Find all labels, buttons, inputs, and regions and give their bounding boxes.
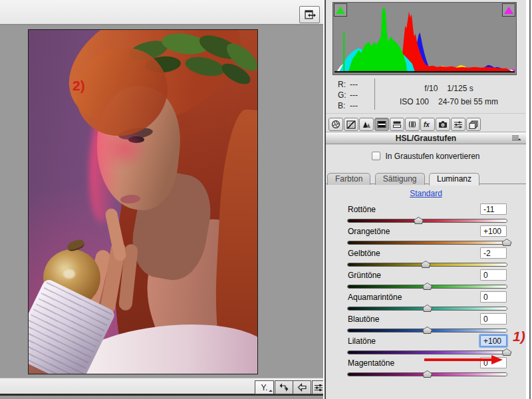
fullscreen-icon bbox=[303, 9, 317, 20]
preview-mode-glyph: Y. bbox=[261, 383, 268, 392]
dropdown-arrow-icon bbox=[269, 390, 273, 394]
image-canvas: 2) bbox=[0, 27, 323, 378]
tab-snapshots[interactable] bbox=[466, 118, 481, 131]
slider-track[interactable] bbox=[347, 241, 507, 245]
slider-value-input[interactable] bbox=[480, 247, 507, 259]
preview-mode-button[interactable]: Y. bbox=[255, 380, 274, 394]
slider-thumb[interactable] bbox=[422, 305, 432, 312]
preview-area: 2) Y. bbox=[0, 0, 323, 399]
image-info: R:--- G:--- B:--- f/101/125 s ISO 10024-… bbox=[326, 75, 526, 113]
adjustment-tabs-toolbar: fx bbox=[326, 113, 526, 132]
slider-value-input[interactable] bbox=[480, 335, 507, 346]
slider-label: Grüntöne bbox=[348, 271, 381, 280]
slider-thumb[interactable] bbox=[422, 283, 432, 290]
panel-header: HSL/Graustufen bbox=[326, 132, 526, 144]
window-right-edge bbox=[526, 0, 532, 399]
r-value: --- bbox=[350, 80, 358, 89]
slider-thumb[interactable] bbox=[422, 327, 432, 334]
preview-topbar bbox=[0, 0, 323, 25]
hsl-tabs: Farbton Sättigung Luminanz bbox=[326, 172, 526, 184]
annotation-step-1: 1) bbox=[513, 329, 525, 344]
convert-grayscale-label: In Graustufen konvertieren bbox=[385, 152, 479, 161]
fullscreen-button[interactable] bbox=[299, 6, 320, 23]
shutter-value: 1/125 s bbox=[447, 84, 473, 93]
slider-track[interactable] bbox=[347, 350, 507, 354]
g-label: G: bbox=[338, 90, 350, 100]
copy-settings-button[interactable] bbox=[293, 380, 311, 394]
iso-value: ISO 100 bbox=[400, 97, 429, 106]
panel-title: HSL/Graustufen bbox=[396, 134, 456, 143]
slider-label: Lilatöne bbox=[348, 336, 376, 346]
triangles-icon bbox=[362, 120, 371, 128]
info-divider bbox=[374, 78, 375, 110]
convert-grayscale-row: In Graustufen konvertieren bbox=[326, 152, 526, 161]
slider-value-input[interactable] bbox=[480, 269, 507, 281]
hist-green bbox=[348, 7, 407, 71]
lens-value: 24-70 bei 55 mm bbox=[438, 97, 498, 106]
curve-icon bbox=[346, 120, 356, 129]
panel-menu-button[interactable] bbox=[512, 136, 521, 142]
photo-preview[interactable]: 2) bbox=[28, 29, 258, 374]
slider-track[interactable] bbox=[347, 263, 507, 267]
slider-thumb[interactable] bbox=[421, 261, 431, 268]
histogram bbox=[332, 2, 517, 75]
annotation-arrow bbox=[424, 355, 503, 364]
slider-row-gelbtoene: Gelbtöne bbox=[326, 245, 526, 267]
slider-label: Rottöne bbox=[348, 205, 376, 214]
slider-row-rottoene: Rottöne bbox=[326, 201, 526, 223]
camera-icon bbox=[438, 120, 448, 128]
tab-split-toning[interactable] bbox=[390, 118, 404, 131]
slider-track[interactable] bbox=[347, 329, 507, 332]
preview-bottombar: Y. bbox=[0, 378, 323, 396]
slider-value-input[interactable] bbox=[480, 225, 507, 237]
slider-label: Gelbtöne bbox=[348, 249, 380, 258]
lens-icon bbox=[408, 120, 417, 128]
tab-detail[interactable] bbox=[359, 118, 374, 131]
snapshots-icon bbox=[469, 120, 478, 129]
tab-camera-calibration[interactable] bbox=[436, 118, 450, 131]
tab-lens-corrections[interactable] bbox=[405, 118, 420, 131]
convert-grayscale-checkbox[interactable] bbox=[372, 152, 380, 160]
tab-luminanz[interactable]: Luminanz bbox=[429, 173, 479, 186]
svg-text:fx: fx bbox=[424, 121, 430, 128]
slider-row-blautoene: Blautöne bbox=[326, 311, 526, 333]
slider-value-input[interactable] bbox=[480, 291, 507, 303]
slider-label: Aquamarintöne bbox=[348, 293, 402, 302]
hist-green-spike bbox=[343, 33, 344, 71]
slider-track[interactable] bbox=[347, 372, 507, 376]
tab-presets[interactable] bbox=[451, 118, 466, 131]
tab-effects[interactable]: fx bbox=[420, 118, 435, 131]
slider-value-input[interactable] bbox=[480, 203, 507, 215]
camera-raw-window: 2) Y. bbox=[0, 0, 532, 399]
rgb-readout: R:--- G:--- B:--- bbox=[338, 79, 358, 111]
shadow-clipping-button[interactable] bbox=[334, 3, 347, 17]
tab-basic[interactable] bbox=[329, 118, 343, 131]
slider-thumb[interactable] bbox=[422, 370, 432, 378]
photo-apple-highlight bbox=[63, 269, 75, 279]
fx-icon: fx bbox=[423, 120, 433, 128]
highlight-clipping-button[interactable] bbox=[502, 3, 515, 17]
slider-track[interactable] bbox=[347, 307, 507, 311]
tab-hsl-grayscale[interactable] bbox=[374, 118, 389, 131]
r-label: R: bbox=[338, 79, 350, 90]
tab-tone-curve[interactable] bbox=[344, 118, 358, 131]
swap-arrows-icon bbox=[279, 382, 289, 392]
slider-value-input[interactable] bbox=[480, 313, 507, 325]
left-arrow-icon bbox=[297, 383, 307, 392]
slider-label: Orangetöne bbox=[348, 227, 390, 236]
highlight-clipping-icon bbox=[504, 7, 513, 14]
slider-row-gruentoene: Grüntöne bbox=[326, 267, 526, 289]
b-value: --- bbox=[350, 101, 358, 110]
slider-track[interactable] bbox=[347, 219, 507, 223]
standard-preset-link[interactable]: Standard bbox=[326, 189, 526, 198]
slider-thumb[interactable] bbox=[502, 239, 512, 246]
tab-farbton[interactable]: Farbton bbox=[327, 173, 370, 185]
slider-thumb[interactable] bbox=[414, 217, 424, 224]
slider-label: Blautöne bbox=[348, 315, 379, 324]
b-label: B: bbox=[338, 100, 350, 111]
swap-before-after-button[interactable] bbox=[275, 380, 293, 394]
slider-track[interactable] bbox=[347, 285, 507, 289]
tab-saettigung[interactable]: Sättigung bbox=[375, 173, 425, 185]
slider-thumb[interactable] bbox=[502, 348, 512, 356]
slider-rows: Rottöne Orangetöne Gelbtöne Grüntöne bbox=[326, 201, 526, 377]
